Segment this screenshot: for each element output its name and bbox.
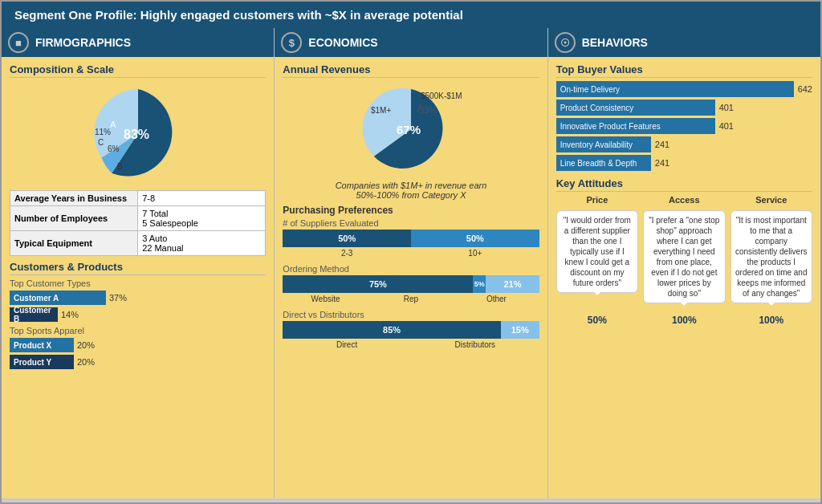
table-row: Number of Employees 7 Total5 Salespeople <box>10 206 266 231</box>
direct-labels: Direct Distributors <box>283 340 539 349</box>
table-value: 3 Auto22 Manual <box>138 231 266 256</box>
svg-text:33%: 33% <box>419 105 437 115</box>
svg-text:$500K-$1M: $500K-$1M <box>421 91 462 100</box>
customers-products-title: Customers & Products <box>10 261 266 275</box>
firmographics-table: Average Years in Business 7-8 Number of … <box>10 190 266 256</box>
buyer-val-5: 241 <box>655 158 669 168</box>
buyer-value-row-1: On-time Delivery 642 <box>556 81 812 97</box>
suppliers-label-1: 2-3 <box>283 249 411 258</box>
top-buyer-title: Top Buyer Values <box>556 63 812 78</box>
direct-label-2: Distributors <box>411 340 539 349</box>
buyer-value-row-3: Innovative Product Features 401 <box>556 118 812 134</box>
product-y-row: Product Y 20% <box>10 355 266 369</box>
access-pct: 100% <box>672 315 697 326</box>
product-y-bar: Product Y <box>10 355 74 369</box>
ordering-seg-website: 75% <box>283 275 473 293</box>
buyer-value-row-2: Product Consistency 401 <box>556 100 812 116</box>
customer-b-bar: Customer B <box>10 307 58 322</box>
annual-rev-title: Annual Revenues <box>283 63 539 78</box>
ordering-label-1: Website <box>283 295 368 303</box>
direct-label: Direct vs Distributors <box>283 310 539 319</box>
attitude-service-col: Service <box>730 195 812 207</box>
attitude-service-bubble-col: "It is most important to me that a compa… <box>730 210 812 307</box>
buyer-bar-1: On-time Delivery <box>556 81 794 97</box>
table-key: Average Years in Business <box>10 191 138 206</box>
product-y-bar-wrap: Product Y 20% <box>10 355 95 369</box>
buyer-values-list: On-time Delivery 642 Product Consistency… <box>556 81 812 171</box>
economics-icon: $ <box>281 32 302 53</box>
buyer-value-row-5: Line Breadth & Depth 241 <box>556 155 812 171</box>
header-title: Segment One Profile: Highly engaged cust… <box>14 8 463 22</box>
attitude-price-label: Price <box>586 195 608 205</box>
suppliers-seg-2: 50% <box>411 230 539 247</box>
customer-a-bar-wrap: Customer A 37% <box>10 291 127 305</box>
key-attitudes-title: Key Attitudes <box>556 177 812 192</box>
svg-text:A: A <box>110 120 116 129</box>
firmographics-label: FIRMOGRAPHICS <box>35 36 131 49</box>
page-header: Segment One Profile: Highly engaged cust… <box>2 2 820 28</box>
attitudes-pct-row: 50% 100% 100% <box>556 310 812 326</box>
customer-a-bar: Customer A <box>10 291 106 305</box>
buyer-val-1: 642 <box>798 84 812 94</box>
attitude-price-col: Price <box>556 195 638 207</box>
table-row: Typical Equipment 3 Auto22 Manual <box>10 231 266 256</box>
access-pct-col: 100% <box>643 310 725 326</box>
ordering-seg-rep: 5% <box>473 275 486 293</box>
sports-apparel-label: Top Sports Apparel <box>10 326 266 335</box>
svg-text:C: C <box>98 138 104 147</box>
svg-text:83%: 83% <box>124 128 149 141</box>
access-bubble: "I prefer a "one stop shop" approach whe… <box>643 210 725 303</box>
customer-a-row: Customer A 37% <box>10 291 266 305</box>
suppliers-seg-1: 50% <box>283 230 411 247</box>
customer-b-pct: 14% <box>61 310 79 319</box>
ordering-label-3: Other <box>454 295 539 303</box>
annual-rev-area: 67% 33% $1M+ $500K-$1M <box>283 81 539 177</box>
firmographics-icon: ■ <box>8 32 29 53</box>
attitudes-label-row: Price Access Service <box>556 195 812 207</box>
suppliers-bar: 50% 50% <box>283 230 539 247</box>
ordering-bar: 75% 5% 21% <box>283 275 539 293</box>
product-y-pct: 20% <box>77 357 95 367</box>
ordering-labels: Website Rep Other <box>283 295 539 303</box>
behaviors-label: BEHAVIORS <box>582 36 648 49</box>
table-value: 7 Total5 Salespeople <box>138 206 266 231</box>
buyer-val-3: 401 <box>719 121 734 131</box>
buyer-bar-2: Product Consistency <box>556 100 715 116</box>
ordering-label: Ordering Method <box>283 264 539 274</box>
buyer-bar-4: Inventory Availability <box>556 136 651 152</box>
economics-column: $ ECONOMICS Annual Revenues 67% 33% $1M+… <box>275 28 547 498</box>
attitude-access-bubble-col: "I prefer a "one stop shop" approach whe… <box>643 210 725 307</box>
ordering-seg-other: 21% <box>486 275 539 293</box>
product-x-row: Product X 20% <box>10 338 266 352</box>
product-x-bar-wrap: Product X 20% <box>10 338 95 352</box>
buyer-bar-3: Innovative Product Features <box>556 118 715 134</box>
ordering-label-2: Rep <box>368 295 454 303</box>
attitude-access-label: Access <box>669 195 700 205</box>
purchasing-title: Purchasing Preferences <box>283 205 539 216</box>
product-x-pct: 20% <box>77 340 95 350</box>
attitude-access-col: Access <box>643 195 725 207</box>
composition-title: Composition & Scale <box>10 63 266 78</box>
attitudes-bubbles-row: "I would order from a different supplier… <box>556 210 812 307</box>
customer-types-label: Top Customer Types <box>10 278 266 288</box>
buyer-bar-5: Line Breadth & Depth <box>556 155 651 171</box>
service-pct-col: 100% <box>730 310 812 326</box>
economics-label: ECONOMICS <box>308 36 377 49</box>
svg-text:$1M+: $1M+ <box>371 106 391 115</box>
direct-seg-2: 15% <box>501 321 539 339</box>
product-x-bar: Product X <box>10 338 74 352</box>
customer-b-row: Customer B 14% <box>10 307 266 322</box>
svg-text:67%: 67% <box>397 123 421 136</box>
buyer-val-4: 241 <box>655 140 669 149</box>
table-key: Typical Equipment <box>10 231 138 256</box>
customer-a-pct: 37% <box>109 293 127 303</box>
price-bubble: "I would order from a different supplier… <box>556 210 638 293</box>
behaviors-column: ☉ BEHAVIORS Top Buyer Values On-time Del… <box>548 28 820 498</box>
firmographics-header: ■ FIRMOGRAPHICS <box>2 28 274 57</box>
svg-text:B: B <box>117 162 123 171</box>
table-key: Number of Employees <box>10 206 138 231</box>
firmographics-column: ■ FIRMOGRAPHICS Composition & Scale 83% … <box>2 28 275 498</box>
service-bubble: "It is most important to me that a compa… <box>730 210 812 303</box>
rev-note: Companies with $1M+ in revenue earn50%-1… <box>283 181 539 200</box>
direct-seg-1: 85% <box>283 321 500 339</box>
